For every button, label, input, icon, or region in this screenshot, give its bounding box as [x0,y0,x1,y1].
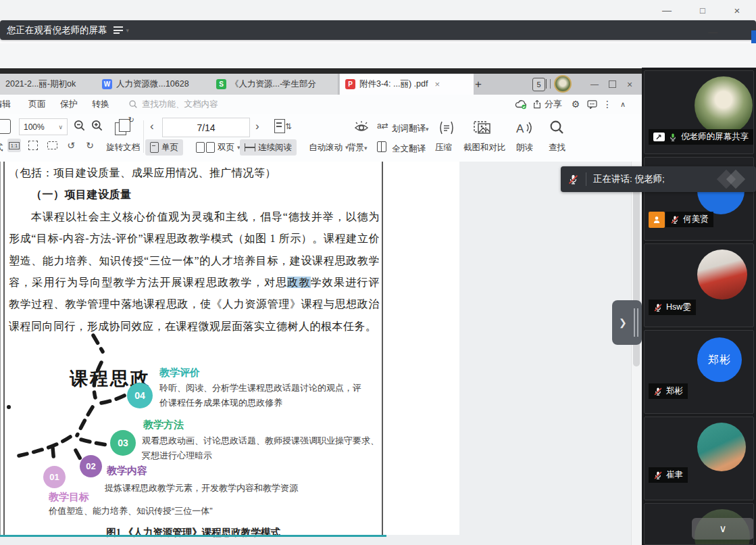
close-icon[interactable]: × [725,0,749,20]
document-tabbar: 2021-2...丽-期初ok W 人力资源微...10628 S 《人力资源.… [0,74,642,95]
diagram-step-text: 提炼课程思政教学元素，开发教学内容和教学资源 [105,482,298,494]
rotate-document-label[interactable]: 旋转文档 [106,142,140,153]
rotate-left-icon[interactable]: ↺ [64,139,78,152]
menu-icon[interactable] [114,25,123,36]
search-input[interactable]: 查找功能、文档内容 [128,95,218,114]
speaking-now-toast: 正在讲话: 倪老师; [561,166,756,192]
continuous-label: 连续阅读 [258,142,292,153]
continuous-read-button[interactable]: 连续阅读 [240,139,297,156]
settings-gear-icon[interactable]: ⚙ [568,95,584,114]
tab-list-badge[interactable]: 5 [532,78,545,91]
participant-tile-sharer[interactable]: 倪老师的屏幕共享 [644,70,754,154]
avatar [697,250,747,300]
comment-icon[interactable] [584,95,600,114]
tab-document-2[interactable]: W 人力资源微...10628 [97,74,222,95]
menu-protect[interactable]: 保护 [60,95,78,114]
tab-document-active[interactable]: P 附件3-4: ...丽) .pdf × [340,74,474,95]
cloud-sync-icon[interactable] [512,95,530,114]
find-button[interactable]: 查找 [549,142,565,153]
participant-label: Hsw雯 [649,300,696,315]
mic-muted-icon [653,387,663,396]
diagram-step-text: 观看思政动画、讨论思政话题、教师授课强调职业操守要求、 [142,435,379,447]
share-icon [532,99,542,109]
rotate-document-icon[interactable]: ↻ [115,118,132,136]
menu-convert[interactable]: 转换 [92,95,109,114]
share-button[interactable]: 分享 [531,95,563,114]
tab-document-3[interactable]: S 《人力资源...-学生部分 [211,74,338,95]
app-close-icon[interactable]: × [622,74,638,95]
minimize-icon[interactable]: — [655,0,679,20]
full-translate-button[interactable]: 全文翻译 [392,143,426,155]
page-panel-toggle-icon[interactable]: ⇅ [274,119,292,136]
tab-document-1[interactable]: 2021-2...丽-期初ok [0,74,107,95]
mic-muted-icon [653,303,663,312]
shared-screen-topbar: 您正在观看倪老师的屏幕 ▾ — [0,20,756,43]
participant-tile-partial[interactable]: ∨ [644,503,754,545]
word-translate-button[interactable]: 划词翻译▾ [392,123,429,135]
collapse-toolbar-icon[interactable]: ∧ [615,95,631,114]
fit-page-icon[interactable] [26,139,40,152]
tab-label: 2021-2...丽-期初ok [5,78,76,90]
user-avatar[interactable] [554,75,572,93]
compress-icon[interactable] [438,119,455,139]
app-restore-icon[interactable] [604,74,620,95]
pdf-content-area: （包括：项目建设质量、成果应用情况、推广情况等） （一）项目建设质量 本课程以社… [0,162,642,545]
app-minimize-icon[interactable]: — [586,74,603,95]
minimize-panel-icon[interactable]: — [703,24,723,39]
rotate-right-icon[interactable]: ↻ [83,139,97,152]
fit-width-icon[interactable] [45,139,59,152]
zoom-level-select[interactable]: 100% ∨ [19,118,68,135]
word-translate-icon[interactable]: a⇄ [377,121,388,131]
prev-page-icon[interactable]: ‹ [150,120,154,133]
diagram-step-text: 聆听、阅读、分析学生课程思政话题讨论的观点，评 [159,382,361,394]
doc-line: 塑造、能力培养、知识传授“三位一体”的人才培养目标，建设课程思政教学内 [9,250,380,272]
participant-label: 倪老师的屏幕共享 [649,129,753,145]
maximize-icon[interactable]: □ [690,0,715,20]
find-icon[interactable] [549,119,565,138]
screen-share-icon [653,133,665,141]
clipped-mode-icon[interactable] [0,119,11,134]
read-aloud-icon[interactable]: A [515,119,535,139]
participant-tile[interactable]: Hsw雯 [644,243,754,327]
full-translate-icon[interactable] [377,141,386,155]
page-bottom-edge [0,535,386,537]
pdf-toolbar: 式 100% ∨ 1:1 ↺ ↻ ↻ 旋转文档 ‹ [0,114,642,162]
caret-down-icon[interactable]: ▾ [126,27,130,34]
pdf-app-window: 2021-2...丽-期初ok W 人力资源微...10628 S 《人力资源.… [0,68,642,545]
divider [586,172,586,186]
menu-row: 编辑 页面 保护 转换 查找功能、文档内容 分享 ⚙ ⋮ ∧ [0,95,642,114]
chevron-down-icon: ∨ [720,523,727,535]
screenshot-compare-button[interactable]: 截图和对比 [463,142,506,153]
participant-tile[interactable]: 郑彬 郑彬 [644,330,754,414]
writer-file-icon: W [102,79,112,89]
background-button[interactable]: 背景▾ [347,142,368,153]
autoscroll-button[interactable]: 自动滚动 ▾ [304,139,353,156]
actual-size-icon[interactable]: 1:1 [7,139,21,152]
continuous-icon [245,143,255,151]
double-page-button[interactable]: 双页 ▾ [191,139,245,156]
single-page-button[interactable]: 单页 [145,139,183,156]
more-options-icon[interactable]: ⋮ [601,95,613,114]
participant-tile[interactable]: 崔聿 [644,417,754,500]
screenshot-compare-icon[interactable] [473,119,492,139]
tab-label: 《人力资源...-学生部分 [230,78,316,90]
menu-page[interactable]: 页面 [28,95,46,114]
background-eye-icon[interactable] [353,120,370,139]
next-page-icon[interactable]: › [255,120,259,133]
zoom-out-icon[interactable] [73,119,86,135]
menu-edit[interactable]: 编辑 [0,95,11,114]
full-translate-label: 全文翻译 [392,144,426,153]
diagram-step-title: 教学内容 [107,465,147,477]
mic-on-icon [668,133,678,142]
zoom-in-icon[interactable] [91,119,103,135]
diagram-step-circle: 03 [110,430,136,456]
participant-label: 郑彬 [649,383,688,399]
new-tab-button[interactable]: + [470,74,487,95]
page-indicator-input[interactable]: 7/14 [162,118,250,137]
autoscroll-label: 自动滚动 [309,142,343,153]
compress-button[interactable]: 压缩 [435,142,452,153]
read-aloud-button[interactable]: 朗读 [516,142,533,153]
sidebar-collapse-handle[interactable]: ❯ [612,300,642,345]
tab-close-icon[interactable]: × [434,79,440,89]
scroll-participants-down-button[interactable]: ∨ [692,518,754,540]
